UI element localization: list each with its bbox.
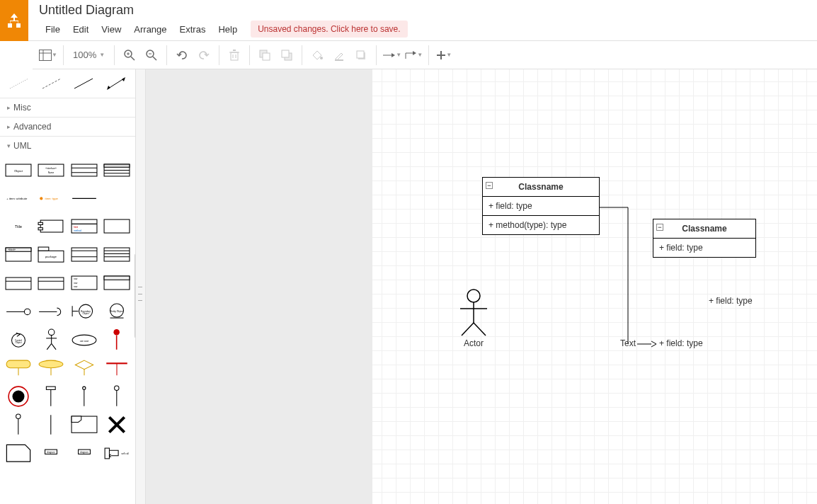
uml-shape-entity[interactable]: Entity Object — [103, 299, 131, 323]
line-color-button[interactable] — [329, 45, 349, 65]
collapse-icon[interactable]: − — [656, 224, 663, 231]
uml-shape-small1[interactable]: diagram — [37, 441, 65, 465]
uml-shape-frame[interactable] — [70, 413, 98, 437]
uml-shape-lifeline-plain[interactable] — [37, 413, 65, 437]
view-mode-button[interactable]: ▼ — [38, 45, 58, 65]
diagram-canvas[interactable]: − Classname + field: type + method(type)… — [372, 69, 817, 504]
save-warning[interactable]: Unsaved changes. Click here to save. — [251, 21, 407, 38]
uml-shape-destroy[interactable] — [103, 413, 131, 437]
uml-class-2[interactable]: − Classname + field: type — [653, 219, 756, 258]
shape-line[interactable] — [71, 74, 98, 93]
shape-dashed-line[interactable] — [38, 74, 65, 93]
svg-text:package: package — [45, 255, 57, 258]
uml-shape-divider[interactable] — [70, 186, 98, 210]
uml-shape-fork[interactable] — [103, 356, 131, 380]
uml-class-1[interactable]: − Classname + field: type + method(type)… — [482, 177, 600, 235]
undo-button[interactable] — [172, 45, 192, 65]
uml-palette: Object «interface»Name + item: attribute… — [0, 155, 135, 468]
page-margin — [146, 69, 372, 504]
category-advanced[interactable]: Advanced — [0, 117, 135, 136]
uml-shape-selfcall[interactable]: self call — [103, 441, 131, 465]
menu-arrange[interactable]: Arrange — [127, 21, 173, 38]
zoom-in-button[interactable] — [120, 45, 139, 65]
menu-extras[interactable]: Extras — [173, 21, 212, 38]
float-field-2[interactable]: + field: type — [659, 338, 703, 348]
insert-button[interactable]: ▼ — [434, 45, 454, 65]
menubar: File Edit View Arrange Extras Help Unsav… — [39, 19, 817, 38]
uml-shape-package[interactable]: package — [37, 243, 65, 267]
uml-class-1-method[interactable]: + method(type): type — [483, 216, 599, 234]
uml-shape-spacer[interactable] — [103, 186, 131, 210]
uml-shape-lifeline-dot[interactable] — [70, 384, 98, 408]
uml-shape-lollipop[interactable] — [4, 299, 33, 323]
waypoint-button[interactable]: ▼ — [404, 45, 423, 65]
uml-shape-final[interactable] — [4, 384, 33, 408]
uml-shape-lifeline-rect[interactable] — [37, 384, 65, 408]
menu-edit[interactable]: Edit — [67, 21, 95, 38]
uml-shape-note[interactable] — [4, 441, 33, 465]
float-field-1[interactable]: + field: type — [709, 296, 753, 306]
uml-shape-component[interactable] — [37, 214, 65, 239]
connector-line[interactable] — [600, 207, 656, 348]
uml-shape-list[interactable]: rowrowrow — [70, 271, 98, 295]
uml-shape-interface[interactable]: «interface»Name — [37, 158, 65, 182]
svg-text:self call: self call — [121, 452, 129, 454]
uml-shape-lifeline-open[interactable] — [103, 384, 131, 408]
uml-class-2-field[interactable]: + field: type — [653, 239, 755, 257]
uml-shape-item-orange[interactable]: item: type — [37, 186, 65, 210]
zoom-out-button[interactable] — [142, 45, 161, 65]
arrow-icon[interactable] — [637, 340, 657, 348]
uml-shape-table[interactable] — [103, 243, 131, 267]
uml-shape-object[interactable]: Object — [4, 158, 33, 182]
uml-shape-class3[interactable] — [70, 158, 98, 182]
uml-shape-item[interactable]: + item: attribute — [4, 186, 33, 210]
uml-shape-class5[interactable] — [103, 158, 131, 182]
shape-bidir-arrow[interactable] — [103, 74, 130, 93]
uml-shape-boundary[interactable]: BoundaryObject — [70, 299, 98, 323]
svg-text:item: type: item: type — [45, 197, 59, 200]
delete-button[interactable] — [224, 45, 244, 65]
uml-shape-activity-wide[interactable] — [37, 356, 65, 380]
uml-shape-lifeline-circle[interactable] — [4, 413, 33, 437]
shape-dotted-line[interactable] — [6, 74, 33, 93]
actor-shape[interactable]: Actor — [456, 289, 491, 348]
zoom-select[interactable]: 100% ▼ — [69, 50, 109, 60]
menu-view[interactable]: View — [95, 21, 127, 38]
uml-shape-titled3[interactable] — [103, 271, 131, 295]
uml-shape-activity-yellow[interactable] — [4, 356, 33, 380]
header: Untitled Diagram File Edit View Arrange … — [0, 0, 817, 41]
to-front-button[interactable] — [255, 45, 275, 65]
uml-shape-usecase[interactable]: use case — [70, 328, 98, 352]
uml-shape-actor[interactable] — [37, 328, 65, 352]
category-uml[interactable]: UML — [0, 136, 135, 155]
uml-shape-titled[interactable] — [4, 271, 33, 295]
svg-rect-22 — [357, 51, 364, 58]
uml-shape-class-colored[interactable]: fieldmethod — [70, 214, 98, 239]
menu-help[interactable]: Help — [212, 21, 244, 38]
uml-shape-class-compact[interactable] — [70, 243, 98, 267]
document-title[interactable]: Untitled Diagram — [39, 0, 817, 19]
uml-shape-titled2[interactable] — [37, 271, 65, 295]
connection-button[interactable]: ▼ — [382, 45, 401, 65]
svg-text:Title: Title — [15, 224, 22, 229]
app-logo[interactable] — [0, 0, 28, 41]
uml-class-1-field[interactable]: + field: type — [483, 197, 599, 216]
uml-shape-small2[interactable]: diagram — [70, 441, 98, 465]
uml-shape-rect[interactable] — [103, 214, 131, 239]
category-misc[interactable]: Misc — [0, 98, 135, 117]
redo-button[interactable] — [194, 45, 214, 65]
menu-file[interactable]: File — [39, 21, 67, 38]
connector-text-label[interactable]: Text — [620, 338, 636, 348]
svg-line-95 — [47, 343, 51, 350]
shadow-button[interactable] — [351, 45, 371, 65]
to-back-button[interactable] — [277, 45, 297, 65]
uml-shape-title[interactable]: Title — [4, 214, 33, 239]
fill-color-button[interactable] — [307, 45, 327, 65]
sidebar-splitter[interactable] — [136, 69, 146, 504]
uml-shape-socket[interactable] — [37, 299, 65, 323]
uml-shape-destruction[interactable] — [103, 328, 131, 352]
uml-shape-branch[interactable] — [70, 356, 98, 380]
uml-shape-block[interactable]: «block» — [4, 243, 33, 267]
uml-shape-control[interactable]: ControlObject — [4, 328, 33, 352]
collapse-icon[interactable]: − — [486, 182, 493, 189]
